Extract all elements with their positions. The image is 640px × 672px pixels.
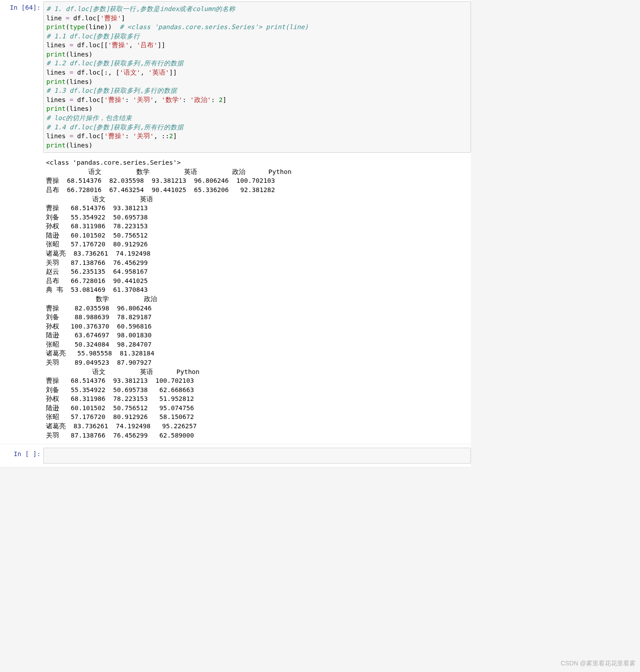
input-prompt-empty: In [ ]: [0, 448, 43, 457]
page: In [64]: # 1. df.loc[参数]获取一行,参数是index或者c… [0, 0, 640, 672]
code-line: lines = df.loc['曹操': '关羽', ::2] [46, 132, 468, 141]
comment: # <class 'pandas.core.series.Series'> pr… [120, 23, 309, 30]
code-line: # 1.2 df.loc[参数]获取多列,所有行的数据 [46, 59, 468, 68]
code-line: lines = df.loc['曹操': '关羽', '数学': '政治': 2… [46, 95, 468, 105]
comment: # loc的切片操作，包含结束 [46, 114, 132, 121]
token: , [140, 69, 148, 76]
output-prompt [0, 155, 43, 158]
token: = [69, 69, 73, 76]
comment: # 1.4 df.loc[参数]获取多列,所有行的数据 [46, 124, 184, 131]
code-line: # 1.4 df.loc[参数]获取多列,所有行的数据 [46, 123, 468, 132]
code-line: # 1.3 df.loc[参数]获取多列,多行的数据 [46, 86, 468, 95]
token: : [125, 132, 132, 140]
token: '政治' [190, 96, 211, 103]
code-line: print(lines) [46, 77, 468, 87]
input-prompt: In [64]: [0, 1, 43, 11]
code-line: print(type(line)) # <class 'pandas.core.… [46, 23, 468, 32]
token: type [69, 23, 85, 30]
token: '曹操' [104, 132, 125, 140]
token: lines [46, 69, 69, 76]
empty-code-cell: In [ ]: [0, 444, 471, 467]
code-cell: In [64]: # 1. df.loc[参数]获取一行,参数是index或者c… [0, 0, 471, 154]
token: '英语' [148, 69, 169, 76]
code-line: lines = df.loc[['曹操', '吕布']] [46, 41, 468, 50]
output-cell: <class 'pandas.core.series.Series'> 语文 数… [0, 154, 471, 444]
token: print [46, 23, 66, 30]
token: : [211, 96, 218, 103]
token: , :: [154, 132, 169, 140]
empty-code-input[interactable] [43, 448, 471, 464]
token: print [46, 51, 66, 58]
token: '曹操' [100, 15, 121, 22]
token: df.loc[ [73, 96, 104, 103]
notebook-container: In [64]: # 1. df.loc[参数]获取一行,参数是index或者c… [0, 0, 471, 468]
token: (lines) [66, 51, 93, 58]
token: '关羽' [133, 132, 154, 140]
stdout-output: <class 'pandas.core.series.Series'> 语文 数… [43, 155, 471, 442]
token: ] [121, 15, 125, 22]
token: ]] [158, 42, 165, 49]
token: lines [46, 96, 69, 103]
code-line: # loc的切片操作，包含结束 [46, 113, 468, 123]
token: = [69, 96, 73, 103]
token: 2 [169, 132, 173, 140]
watermark-text: CSDN @雾里看花花里看雾 [561, 660, 636, 668]
token: ]] [169, 69, 177, 76]
token: (lines) [66, 105, 93, 112]
token: = [69, 132, 73, 140]
token: '数学' [162, 96, 182, 103]
token: ] [173, 132, 177, 140]
comment: # 1.1 df.loc[参数]获取多行 [46, 33, 140, 40]
code-input-area[interactable]: # 1. df.loc[参数]获取一行,参数是index或者column的名称 … [43, 1, 471, 153]
token: '吕布' [137, 42, 158, 49]
comment: # 1.2 df.loc[参数]获取多列,所有行的数据 [46, 60, 184, 67]
token: line [46, 15, 66, 22]
code-line: lines = df.loc[:, ['语文', '英语']] [46, 68, 468, 77]
token: lines [46, 132, 69, 140]
token: df.loc[ [73, 132, 104, 140]
token: df.loc[:, [ [73, 69, 120, 76]
token: '曹操' [104, 96, 125, 103]
token: ] [222, 96, 226, 103]
token: (lines) [66, 142, 93, 149]
code-line: print(lines) [46, 50, 468, 59]
token: = [69, 42, 73, 49]
code-line: print(lines) [46, 141, 468, 150]
comment: # 1.3 df.loc[参数]获取多列,多行的数据 [46, 87, 177, 94]
token: (line)) [85, 23, 120, 30]
code-line: print(lines) [46, 104, 468, 113]
token: , [154, 96, 161, 103]
token: print [46, 105, 66, 112]
token: lines [46, 42, 69, 49]
token: print [46, 142, 66, 149]
code-line: # 1. df.loc[参数]获取一行,参数是index或者column的名称 [46, 4, 468, 14]
token: : [182, 96, 190, 103]
token: '关羽' [133, 96, 154, 103]
token: (lines) [66, 78, 93, 85]
comment: # 1. df.loc[参数]获取一行,参数是index或者column的名称 [46, 5, 235, 12]
token: '曹操' [108, 42, 129, 49]
token: , [129, 42, 136, 49]
token: print [46, 78, 66, 85]
token: : [125, 96, 132, 103]
token: df.loc[[ [73, 42, 108, 49]
code-line: line = df.loc['曹操'] [46, 14, 468, 23]
token: df.loc[ [69, 15, 100, 22]
code-line: # 1.1 df.loc[参数]获取多行 [46, 32, 468, 41]
token: '语文' [120, 69, 140, 76]
